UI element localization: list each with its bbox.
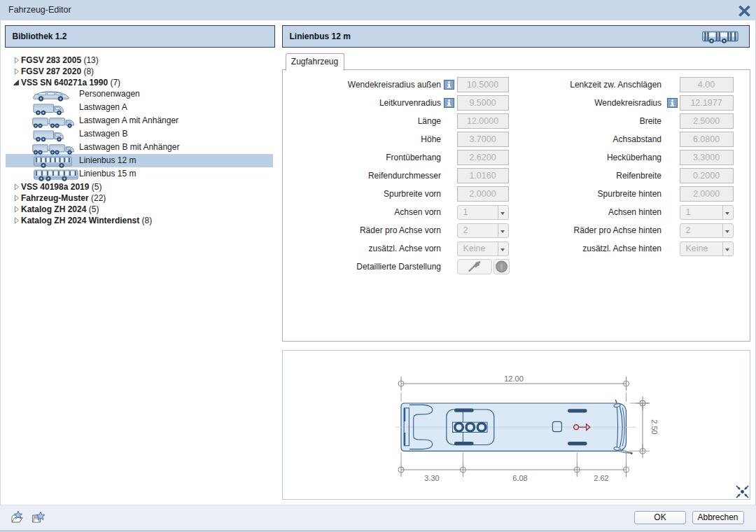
svg-text:3.30: 3.30: [424, 474, 439, 482]
svg-text:12.00: 12.00: [504, 374, 524, 383]
svg-text:2.50: 2.50: [650, 419, 659, 434]
svg-text:2.62: 2.62: [594, 474, 608, 482]
svg-text:6.08: 6.08: [512, 474, 527, 482]
